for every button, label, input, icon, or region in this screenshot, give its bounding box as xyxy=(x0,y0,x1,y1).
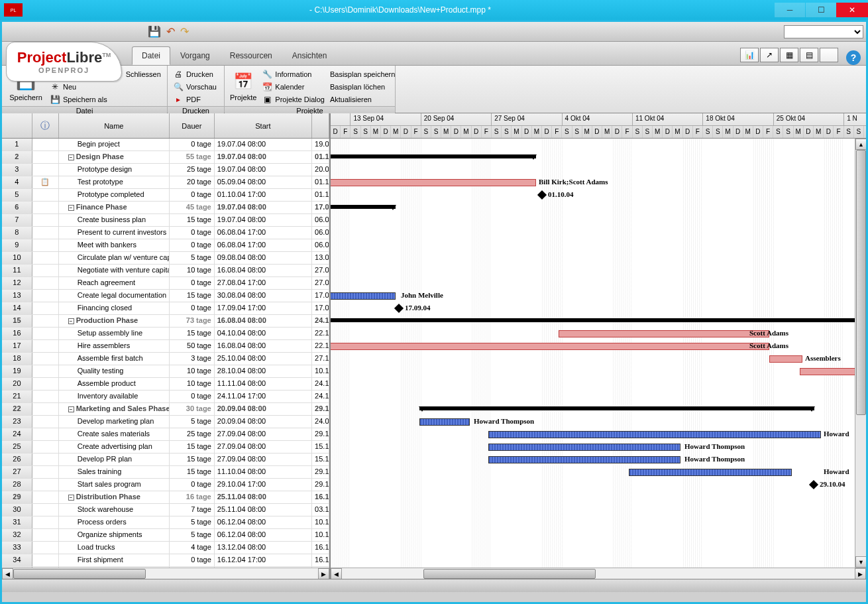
timeline-header[interactable]: 13 Sep 0420 Sep 0427 Sep 044 Okt 0411 Ok… xyxy=(331,113,866,139)
collapse-icon[interactable]: − xyxy=(68,495,74,501)
information-button[interactable]: 🔧Information xyxy=(260,68,326,80)
table-row[interactable]: 1Begin project0 tage19.07.04 08:0019.0 xyxy=(2,139,329,151)
scroll-thumb[interactable] xyxy=(423,569,596,579)
table-row[interactable]: 5Prototype completed0 tage01.10.04 17:00… xyxy=(2,189,329,202)
table-row[interactable]: 24Create sales materials25 tage27.09.04 … xyxy=(2,428,329,441)
table-row[interactable]: 20Assemble product10 tage11.11.04 08:002… xyxy=(2,378,329,391)
preview-button[interactable]: 🔍Vorschau xyxy=(172,81,218,92)
table-row[interactable]: 9Meet with bankers0 tage06.08.04 17:0006… xyxy=(2,239,329,252)
gantt-bar[interactable] xyxy=(331,179,536,186)
table-row[interactable]: 12Reach agreement0 tage27.08.04 17:0027.… xyxy=(2,277,329,290)
scroll-right-icon[interactable]: ▶ xyxy=(855,568,866,579)
gantt-vscroll[interactable]: ▲ ▼ xyxy=(855,139,866,568)
table-row[interactable]: 4📋Test prototype20 tage05.09.04 08:0001.… xyxy=(2,176,329,189)
scroll-thumb[interactable] xyxy=(13,569,146,579)
table-row[interactable]: 22−Marketing and Sales Phase30 tage20.09… xyxy=(2,403,329,416)
milestone[interactable] xyxy=(809,480,818,489)
gantt-bar[interactable] xyxy=(769,355,802,363)
resource-view-icon[interactable]: ▦ xyxy=(780,48,798,62)
scroll-down-icon[interactable]: ▼ xyxy=(855,556,866,568)
table-row[interactable]: 14Financing closed0 tage17.09.04 17:0017… xyxy=(2,302,329,315)
gantt-bar[interactable] xyxy=(331,205,396,209)
gantt-bar[interactable] xyxy=(419,406,814,410)
milestone[interactable] xyxy=(394,304,404,313)
scroll-right-icon[interactable]: ▶ xyxy=(318,568,329,579)
network-view-icon[interactable]: ↗ xyxy=(760,48,779,62)
table-row[interactable]: 17Hire assemblers50 tage16.08.04 08:0022… xyxy=(2,340,329,353)
col-header-duration[interactable]: Dauer xyxy=(170,113,215,138)
save-as-button[interactable]: 💾Speichern als xyxy=(48,93,109,105)
collapse-icon[interactable]: − xyxy=(68,406,74,412)
new-button[interactable]: ✳Neu xyxy=(48,81,109,92)
collapse-icon[interactable]: − xyxy=(68,318,74,324)
calendar-button[interactable]: 📆Kalender xyxy=(260,81,326,92)
gantt-hscroll[interactable]: ◀ ▶ xyxy=(331,568,866,579)
maximize-button[interactable]: ☐ xyxy=(806,3,836,17)
table-row[interactable]: 13Create legal documentation15 tage30.08… xyxy=(2,290,329,302)
col-header-num[interactable] xyxy=(2,113,32,138)
usage-view-icon[interactable]: ▤ xyxy=(800,48,818,62)
collapse-icon[interactable]: − xyxy=(68,154,74,160)
col-header-end[interactable] xyxy=(312,113,329,138)
print-button[interactable]: 🖨Drucken xyxy=(172,68,218,80)
table-row[interactable]: 8Present to current investors0 tage06.08… xyxy=(2,227,329,239)
scroll-thumb[interactable] xyxy=(856,150,866,415)
scroll-left-icon[interactable]: ◀ xyxy=(2,568,13,579)
gantt-bar[interactable] xyxy=(629,469,792,476)
blank-view-icon[interactable] xyxy=(820,48,838,62)
save-baseline-button[interactable]: Basisplan speichern xyxy=(329,68,396,80)
table-row[interactable]: 18Assemble first batch3 tage25.10.04 08:… xyxy=(2,353,329,365)
clear-baseline-button[interactable]: Basisplan löchen xyxy=(329,81,396,92)
table-row[interactable]: 21Inventory available0 tage24.11.04 17:0… xyxy=(2,391,329,403)
gantt-bar[interactable] xyxy=(559,330,769,337)
table-row[interactable]: 25Create advertising plan15 tage27.09.04… xyxy=(2,441,329,453)
update-button[interactable]: Aktualisieren xyxy=(329,93,396,105)
gantt-bar[interactable] xyxy=(331,292,396,300)
table-row[interactable]: 28Start sales program0 tage29.10.04 17:0… xyxy=(2,479,329,491)
tab-ansichten[interactable]: Ansichten xyxy=(282,46,337,65)
table-row[interactable]: 16Setup assembly line15 tage04.10.04 08:… xyxy=(2,328,329,340)
gantt-bar[interactable] xyxy=(331,318,866,322)
gantt-bar[interactable] xyxy=(331,154,536,158)
table-row[interactable]: 33Load trucks4 tage13.12.04 08:0016.1 xyxy=(2,542,329,554)
chart-view-icon[interactable]: 📊 xyxy=(740,48,759,62)
close-button[interactable]: ✕ xyxy=(836,3,868,17)
scroll-left-icon[interactable]: ◀ xyxy=(331,568,342,579)
redo-icon[interactable]: ↷ xyxy=(180,25,189,38)
table-row[interactable]: 6−Finance Phase45 tage19.07.04 08:0017.0 xyxy=(2,202,329,214)
col-header-name[interactable]: Name xyxy=(59,113,170,138)
pdf-button[interactable]: ▸PDF xyxy=(172,93,218,105)
undo-icon[interactable]: ↶ xyxy=(166,25,175,38)
table-row[interactable]: 3Prototype design25 tage19.07.04 08:0020… xyxy=(2,164,329,176)
col-header-info[interactable]: ⓘ xyxy=(32,113,59,138)
gantt-bar[interactable] xyxy=(488,444,680,451)
app-logo[interactable]: ProjectLibreTM OPENPROJ xyxy=(6,42,122,82)
view-combo[interactable] xyxy=(784,25,863,38)
milestone[interactable] xyxy=(537,190,547,200)
table-row[interactable]: 26Develop PR plan15 tage27.09.04 08:0015… xyxy=(2,453,329,466)
table-row[interactable]: 31Process orders5 tage06.12.04 08:0010.1 xyxy=(2,516,329,529)
table-row[interactable]: 7Create business plan15 tage19.07.04 08:… xyxy=(2,214,329,227)
projects-button[interactable]: 📅 Projekte xyxy=(229,67,258,105)
projects-dialog-button[interactable]: ▣Projekte Dialog xyxy=(260,93,326,105)
minimize-button[interactable]: ─ xyxy=(775,3,805,17)
gantt-bar[interactable] xyxy=(488,431,821,438)
save-icon[interactable]: 💾 xyxy=(148,25,161,38)
collapse-icon[interactable]: − xyxy=(68,205,74,211)
tab-datei[interactable]: Datei xyxy=(132,46,170,65)
table-row[interactable]: 15−Production Phase73 tage16.08.04 08:00… xyxy=(2,315,329,328)
gantt-bar[interactable] xyxy=(331,343,769,350)
table-row[interactable]: 34First shipment0 tage16.12.04 17:0016.1 xyxy=(2,554,329,567)
help-button[interactable]: ? xyxy=(846,50,861,65)
tab-vorgang[interactable]: Vorgang xyxy=(170,46,220,65)
table-row[interactable]: 30Stock warehouse7 tage25.11.04 08:0003.… xyxy=(2,504,329,516)
table-row[interactable]: 11Negotiate with venture capitalists10 t… xyxy=(2,265,329,277)
table-row[interactable]: 32Organize shipments5 tage06.12.04 08:00… xyxy=(2,529,329,542)
table-row[interactable]: 10Circulate plan w/ venture capitalists5… xyxy=(2,252,329,265)
table-row[interactable]: 2−Design Phase55 tage19.07.04 08:0001.1 xyxy=(2,151,329,164)
table-row[interactable]: 19Quality testing10 tage28.10.04 08:0010… xyxy=(2,365,329,378)
table-row[interactable]: 23Develop marketing plan5 tage20.09.04 0… xyxy=(2,416,329,428)
table-row[interactable]: 29−Distribution Phase16 tage25.11.04 08:… xyxy=(2,491,329,504)
gantt-bar[interactable] xyxy=(488,456,680,463)
gantt-body[interactable]: Bill Kirk;Scott Adams01.10.04John Melvil… xyxy=(331,139,866,568)
